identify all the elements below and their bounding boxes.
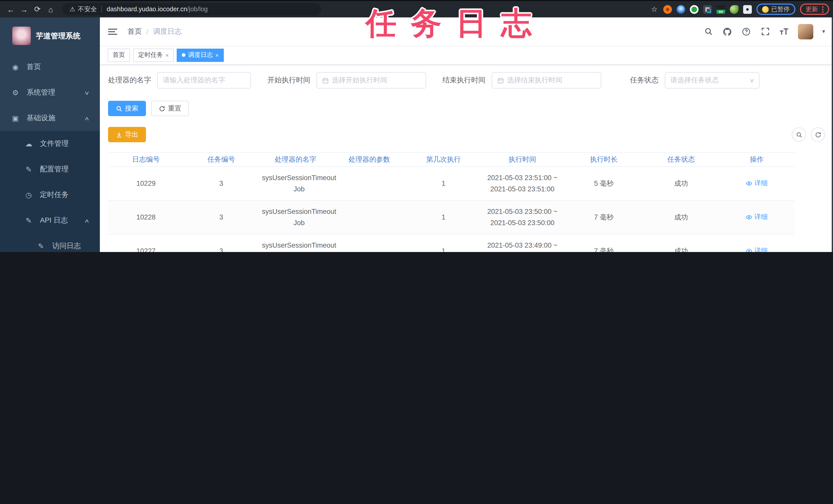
url-path: /job/log <box>187 6 208 13</box>
extension-icon-orange[interactable] <box>663 5 672 14</box>
sidebar-item-API-日志[interactable]: ✎API 日志∧ <box>0 208 100 233</box>
table-row: 102273sysUserSessionTimeoutJob12021-05-0… <box>108 234 795 252</box>
column-header-任务编号: 任务编号 <box>184 152 259 167</box>
filter-group-任务状态: 任务状态请选择任务状态∨ <box>630 72 760 89</box>
chevron-up-icon: ∧ <box>84 218 90 223</box>
extension-icon-blue[interactable] <box>676 5 685 14</box>
extension-icon-on-badge[interactable]: on <box>716 5 725 14</box>
table-header-row: 日志编号任务编号处理器的名字处理器的参数第几次执行执行时间执行时长任务状态操作 <box>108 152 795 167</box>
font-size-icon[interactable] <box>779 26 789 36</box>
sidebar: 芋道管理系统 ◉首页⚙系统管理∨▣基础设施∧☁文件管理✎配置管理◷定时任务✎AP… <box>0 18 100 252</box>
input-placeholder: 请选择任务状态 <box>670 76 719 85</box>
extensions-puzzle-icon[interactable] <box>743 5 752 14</box>
column-header-日志编号: 日志编号 <box>108 152 184 167</box>
cell-log-id: 10228 <box>108 200 184 234</box>
breadcrumb-separator: / <box>146 27 148 35</box>
filter-group-处理器的名字: 处理器的名字请输入处理器的名字 <box>108 72 251 89</box>
reset-button[interactable]: 重置 <box>151 101 189 116</box>
cell-exec-index: 1 <box>406 200 481 234</box>
cell-exec-time: 2021-05-03 23:49:00 ~2021-05-03 23:49:00 <box>481 234 564 252</box>
emoji-face-icon <box>762 6 769 12</box>
sidebar-item-定时任务[interactable]: ◷定时任务 <box>0 182 100 208</box>
bookmark-star-icon[interactable]: ☆ <box>650 5 659 14</box>
detail-link[interactable]: 详细 <box>746 179 768 188</box>
extension-icon-leaf[interactable] <box>730 5 738 14</box>
sidebar-item-label: 文件管理 <box>40 139 69 148</box>
avatar-dropdown-caret-icon[interactable]: ▾ <box>822 28 825 35</box>
table-row: 102283sysUserSessionTimeoutJob12021-05-0… <box>108 200 795 234</box>
cell-handler: sysUserSessionTimeoutJob <box>259 234 332 252</box>
not-secure-warning-icon: ⚠ <box>70 6 75 13</box>
extension-icon-grid[interactable] <box>703 5 712 14</box>
cell-exec-index: 1 <box>406 234 481 252</box>
breadcrumb-home[interactable]: 首页 <box>127 27 142 36</box>
browser-back-button[interactable]: ← <box>4 3 18 16</box>
sidebar-item-label: 基础设施 <box>27 114 55 123</box>
sidebar-item-文件管理[interactable]: ☁文件管理 <box>0 131 100 157</box>
sidebar-item-首页[interactable]: ◉首页 <box>0 54 100 80</box>
column-header-处理器的名字: 处理器的名字 <box>259 152 332 167</box>
header-actions: ▾ <box>704 24 825 39</box>
not-secure-label[interactable]: 不安全 <box>78 5 97 14</box>
browser-reload-button[interactable]: ⟳ <box>31 3 44 16</box>
cell-task-id: 3 <box>184 167 259 200</box>
url-host[interactable]: dashboard.yudao.iocoder.cn <box>107 6 187 13</box>
browser-menu-icon[interactable] <box>822 6 824 12</box>
sidebar-item-基础设施[interactable]: ▣基础设施∧ <box>0 105 100 131</box>
export-button[interactable]: 导出 <box>108 127 146 142</box>
handler-name: sysUserSessionTimeoutJob <box>261 172 337 195</box>
tags-view-bar: 首页定时任务×调度日志× <box>100 46 833 65</box>
detail-link[interactable]: 详细 <box>746 212 768 222</box>
chevron-down-icon: ∨ <box>84 90 90 95</box>
dashboard-icon: ◉ <box>11 63 20 71</box>
browser-home-button[interactable]: ⌂ <box>44 3 57 16</box>
help-icon[interactable] <box>741 26 752 36</box>
column-header-第几次执行: 第几次执行 <box>406 152 481 167</box>
task-status-select[interactable]: 请选择任务状态∨ <box>665 72 760 89</box>
browser-update-button[interactable]: 更新 <box>800 4 829 15</box>
filter-input-处理器的名字[interactable]: 请输入处理器的名字 <box>157 72 251 89</box>
refresh-table-button[interactable] <box>811 127 825 142</box>
user-avatar[interactable] <box>798 24 813 39</box>
app-logo-row[interactable]: 芋道管理系统 <box>0 18 100 54</box>
detail-link[interactable]: 详细 <box>746 246 768 252</box>
search-icon[interactable] <box>704 26 714 36</box>
page-title-overlay: 任务日志 <box>366 3 546 45</box>
edit-icon: ✎ <box>37 242 45 250</box>
filter-label: 结束执行时间 <box>443 76 492 85</box>
sidebar-item-系统管理[interactable]: ⚙系统管理∨ <box>0 80 100 105</box>
search-button[interactable]: 搜索 <box>108 101 146 116</box>
cell-handler: sysUserSessionTimeoutJob <box>259 167 332 200</box>
sidebar-item-label: 配置管理 <box>40 165 69 174</box>
exec-time-range: 2021-05-03 23:51:00 ~2021-05-03 23:51:00 <box>483 172 562 195</box>
window-scrollbar-track[interactable] <box>832 18 833 252</box>
sidebar-submenu: ☁文件管理✎配置管理◷定时任务✎API 日志∧✎访问日志✎错误日志▤MySQL … <box>0 131 100 252</box>
cell-log-id: 10229 <box>108 167 184 200</box>
tab-调度日志[interactable]: 调度日志× <box>177 48 224 62</box>
show-search-toggle-button[interactable] <box>792 127 806 142</box>
sidebar-menu: ◉首页⚙系统管理∨▣基础设施∧☁文件管理✎配置管理◷定时任务✎API 日志∧✎访… <box>0 54 100 252</box>
hamburger-menu-icon[interactable] <box>108 26 118 36</box>
paused-chip-label: 已暂停 <box>771 5 790 14</box>
cell-param <box>332 234 406 252</box>
close-tab-icon[interactable]: × <box>215 52 219 58</box>
address-bar[interactable]: ⚠ 不安全 dashboard.yudao.iocoder.cn/job/log <box>63 3 321 15</box>
browser-forward-button[interactable]: → <box>18 3 31 16</box>
close-tab-icon[interactable]: × <box>165 52 169 58</box>
extension-icon-green-circle[interactable] <box>690 5 698 14</box>
filter-label: 处理器的名字 <box>108 76 157 85</box>
paused-extension-chip[interactable]: 已暂停 <box>757 4 795 15</box>
sidebar-item-配置管理[interactable]: ✎配置管理 <box>0 157 100 182</box>
tab-label: 首页 <box>113 51 125 59</box>
tab-首页[interactable]: 首页 <box>108 48 130 62</box>
fullscreen-icon[interactable] <box>760 26 770 36</box>
github-icon[interactable] <box>722 26 733 36</box>
handler-name: sysUserSessionTimeoutJob <box>261 206 337 228</box>
app-root: 任务日志 ← → ⟳ ⌂ ⚠ 不安全 dashboard.yudao.iocod… <box>0 0 833 252</box>
cell-exec-index: 1 <box>406 167 481 200</box>
sidebar-item-访问日志[interactable]: ✎访问日志 <box>0 233 100 252</box>
filter-input-开始执行时间[interactable]: 选择开始执行时间 <box>316 72 426 89</box>
timer-icon: ◷ <box>25 191 33 199</box>
tab-定时任务[interactable]: 定时任务× <box>133 48 174 62</box>
filter-input-结束执行时间[interactable]: 选择结束执行时间 <box>492 72 601 89</box>
